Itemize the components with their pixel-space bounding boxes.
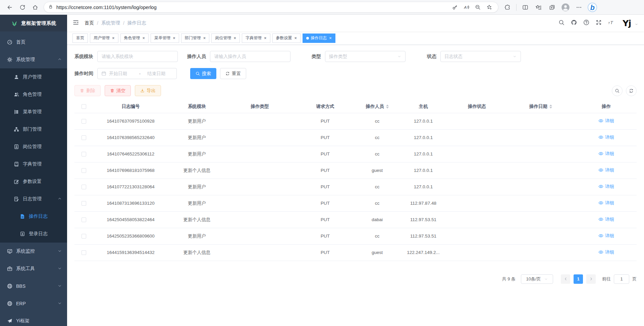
favorites-icon[interactable] xyxy=(532,1,545,13)
detail-link[interactable]: 详细 xyxy=(598,200,614,206)
back-icon[interactable] xyxy=(3,1,16,13)
sidebar-toggle[interactable] xyxy=(73,19,79,27)
detail-link[interactable]: 详细 xyxy=(598,151,614,157)
select-all-checkbox[interactable] xyxy=(82,104,86,109)
sidebar-item-roles[interactable]: 角色管理 xyxy=(0,86,67,103)
row-checkbox[interactable] xyxy=(82,152,86,156)
close-tab-icon[interactable]: × xyxy=(264,36,267,40)
home-icon[interactable] xyxy=(29,1,42,13)
github-icon[interactable] xyxy=(571,19,577,27)
sort-caret[interactable] xyxy=(549,105,552,109)
sidebar-item-departments[interactable]: 部门管理 xyxy=(0,121,67,138)
sidebar-item-users[interactable]: 用户管理 xyxy=(0,68,67,86)
sidebar-item-dicts[interactable]: 字典管理 xyxy=(0,155,67,173)
clear-button[interactable]: 清空 xyxy=(105,85,131,96)
sidebar-item-menus[interactable]: 菜单管理 xyxy=(0,103,67,121)
goto-page-input[interactable] xyxy=(614,274,629,284)
tab-用户管理[interactable]: 用户管理× xyxy=(90,34,118,43)
search-icon[interactable] xyxy=(558,19,565,27)
type-select[interactable]: 操作类型 xyxy=(325,51,406,62)
date-range-input[interactable]: 开始日期 - 结束日期 xyxy=(97,68,177,79)
detail-link[interactable]: 详细 xyxy=(598,184,614,190)
module-input[interactable] xyxy=(97,51,178,62)
copilot-icon[interactable]: b xyxy=(586,1,599,13)
tab-菜单管理[interactable]: 菜单管理× xyxy=(151,34,179,43)
row-checkbox[interactable] xyxy=(82,217,86,222)
read-aloud-icon[interactable]: A xyxy=(461,3,471,12)
detail-link[interactable]: 详细 xyxy=(598,233,614,239)
col-date[interactable]: 操作日期 xyxy=(505,100,576,113)
page-size-select[interactable]: 10条/页 xyxy=(521,274,553,284)
tab-字典管理[interactable]: 字典管理× xyxy=(242,34,270,43)
tab-首页[interactable]: 首页 xyxy=(72,34,88,43)
close-tab-icon[interactable]: × xyxy=(294,36,297,40)
tab-操作日志[interactable]: 操作日志× xyxy=(303,34,335,43)
split-screen-icon[interactable] xyxy=(519,1,532,13)
profile-avatar[interactable] xyxy=(559,1,572,13)
sidebar-item-operlog[interactable]: 操作日志 xyxy=(0,208,67,225)
sidebar-item-params[interactable]: 参数设置 xyxy=(0,173,67,190)
show-search-button[interactable] xyxy=(612,85,623,96)
col-operator[interactable]: 操作人员 xyxy=(356,100,398,113)
more-icon[interactable] xyxy=(573,1,585,13)
fullscreen-icon[interactable] xyxy=(596,19,602,27)
sidebar-item-bbs[interactable]: BBS xyxy=(0,277,67,295)
row-checkbox[interactable] xyxy=(82,119,86,124)
chevron-down-icon[interactable] xyxy=(635,21,638,27)
detail-link[interactable]: 详细 xyxy=(598,249,614,255)
next-page-button[interactable] xyxy=(586,274,596,284)
close-tab-icon[interactable]: × xyxy=(112,36,115,40)
close-tab-icon[interactable]: × xyxy=(233,36,236,40)
zoom-out-icon[interactable] xyxy=(473,3,483,12)
sidebar-item-system[interactable]: 系统管理 xyxy=(0,51,67,68)
font-size-icon[interactable]: TT xyxy=(608,19,614,27)
key-icon[interactable] xyxy=(450,3,460,12)
detail-link[interactable]: 详细 xyxy=(598,167,614,173)
reset-button[interactable]: 重置 xyxy=(220,68,246,79)
detail-link[interactable]: 详细 xyxy=(598,134,614,140)
address-bar[interactable]: https://ccnetcore.com:1101/system/log/op… xyxy=(44,2,498,13)
sidebar-item-yi[interactable]: Yi框架 xyxy=(0,312,67,326)
export-button[interactable]: 导出 xyxy=(135,85,161,96)
sidebar-item-loginlog[interactable]: 登录日志 xyxy=(0,225,67,243)
detail-link[interactable]: 详细 xyxy=(598,216,614,222)
sidebar-item-erp[interactable]: ERP xyxy=(0,295,67,312)
status-select[interactable]: 日志状态 xyxy=(440,51,521,62)
refresh-table-button[interactable] xyxy=(626,85,637,96)
current-page-button[interactable]: 1 xyxy=(574,274,583,284)
favorite-add-icon[interactable] xyxy=(484,3,494,12)
sort-caret[interactable] xyxy=(386,105,389,109)
detail-link[interactable]: 详细 xyxy=(598,118,614,124)
close-tab-icon[interactable]: × xyxy=(203,36,206,40)
operator-input[interactable] xyxy=(210,51,290,62)
close-tab-icon[interactable]: × xyxy=(329,36,332,40)
sidebar-item-monitor[interactable]: 系统监控 xyxy=(0,243,67,260)
collections-icon[interactable] xyxy=(546,1,558,13)
close-tab-icon[interactable]: × xyxy=(173,36,175,40)
user-logo[interactable]: Yj xyxy=(623,18,631,28)
refresh-icon[interactable] xyxy=(16,1,29,13)
prev-page-button[interactable] xyxy=(561,274,570,284)
close-tab-icon[interactable]: × xyxy=(143,36,145,40)
sidebar-item-posts[interactable]: 岗位管理 xyxy=(0,138,67,155)
row-checkbox[interactable] xyxy=(82,201,86,206)
delete-button[interactable]: 删除 xyxy=(74,85,101,96)
row-checkbox[interactable] xyxy=(82,185,86,189)
row-checkbox[interactable] xyxy=(82,168,86,173)
search-button[interactable]: 搜索 xyxy=(190,68,216,79)
extensions-icon[interactable] xyxy=(501,1,514,13)
tab-角色管理[interactable]: 角色管理× xyxy=(120,34,149,43)
tab-部门管理[interactable]: 部门管理× xyxy=(181,34,210,43)
tab-岗位管理[interactable]: 岗位管理× xyxy=(211,34,240,43)
read-aloud-icon: A xyxy=(464,4,469,10)
row-checkbox[interactable] xyxy=(82,250,86,255)
breadcrumb-home[interactable]: 首页 xyxy=(85,20,94,26)
tab-参数设置[interactable]: 参数设置× xyxy=(272,34,301,43)
sidebar-item-tools[interactable]: 系统工具 xyxy=(0,260,67,277)
app-logo[interactable]: 意框架管理系统 xyxy=(0,15,67,31)
sidebar-item-logs[interactable]: 日志管理 xyxy=(0,190,67,208)
sidebar-item-home[interactable]: 首页 xyxy=(0,34,67,51)
row-checkbox[interactable] xyxy=(82,135,86,140)
help-icon[interactable] xyxy=(583,19,589,27)
row-checkbox[interactable] xyxy=(82,234,86,239)
